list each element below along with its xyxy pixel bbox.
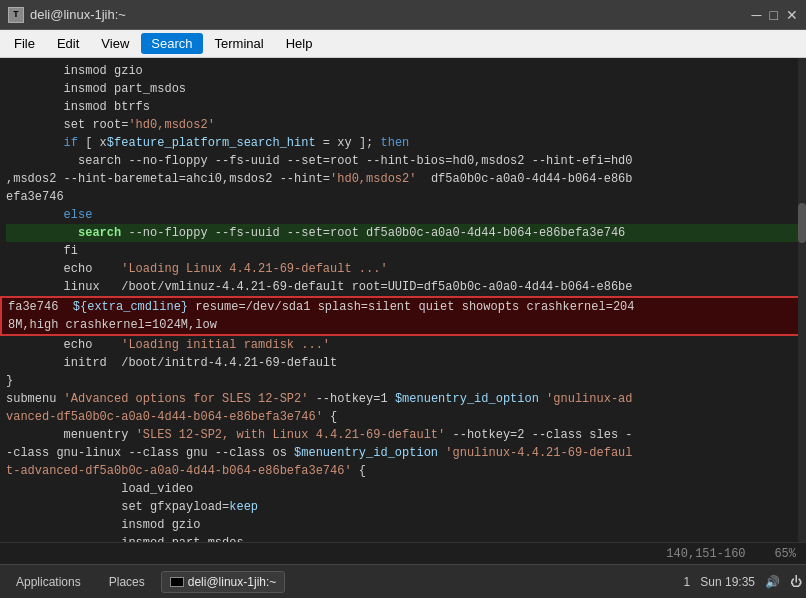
code-line: vanced-df5a0b0c-a0a0-4d44-b064-e86befa3e…: [6, 408, 800, 426]
title-bar: T deli@linux-1jih:~ ─ □ ✕: [0, 0, 806, 30]
taskbar-terminal-label: deli@linux-1jih:~: [188, 575, 277, 589]
taskbar-applications[interactable]: Applications: [4, 571, 93, 593]
code-line-search: search --no-floppy --fs-uuid --set=root …: [6, 224, 800, 242]
code-line: fi: [6, 242, 800, 260]
menu-help[interactable]: Help: [276, 33, 323, 54]
code-line: menuentry 'SLES 12-SP2, with Linux 4.4.2…: [6, 426, 800, 444]
code-line: echo 'Loading Linux 4.4.21-69-default ..…: [6, 260, 800, 278]
code-line: insmod part_msdos: [6, 80, 800, 98]
code-line: insmod btrfs: [6, 98, 800, 116]
taskbar: Applications Places deli@linux-1jih:~ 1 …: [0, 564, 806, 598]
code-line: search --no-floppy --fs-uuid --set=root …: [6, 152, 800, 170]
code-line: set gfxpayload=keep: [6, 498, 800, 516]
code-line: insmod gzio: [6, 62, 800, 80]
window-title: deli@linux-1jih:~: [30, 7, 126, 22]
code-line: echo 'Loading initial ramdisk ...': [6, 336, 800, 354]
editor: insmod gzio insmod part_msdos insmod btr…: [0, 58, 806, 564]
code-line: ,msdos2 --hint-baremetal=ahci0,msdos2 --…: [6, 170, 800, 188]
code-line: -class gnu-linux --class gnu --class os …: [6, 444, 800, 462]
menu-view[interactable]: View: [91, 33, 139, 54]
menu-file[interactable]: File: [4, 33, 45, 54]
editor-content[interactable]: insmod gzio insmod part_msdos insmod btr…: [0, 58, 806, 542]
code-line: insmod gzio: [6, 516, 800, 534]
taskbar-num: 1: [684, 575, 691, 589]
code-line: insmod part_msdos: [6, 534, 800, 542]
highlighted-block: fa3e746 ${extra_cmdline} resume=/dev/sda…: [0, 296, 806, 336]
code-line: else: [6, 206, 800, 224]
code-line: linux /boot/vmlinuz-4.4.21-69-default ro…: [6, 278, 800, 296]
title-bar-left: T deli@linux-1jih:~: [8, 7, 126, 23]
status-bar: 140,151-160 65%: [0, 542, 806, 564]
menu-terminal[interactable]: Terminal: [205, 33, 274, 54]
code-line-highlighted: 8M,high crashkernel=1024M,low: [8, 316, 798, 334]
code-line: efa3e746: [6, 188, 800, 206]
status-spacer: [746, 547, 775, 561]
close-button[interactable]: ✕: [786, 8, 798, 22]
taskbar-places[interactable]: Places: [97, 571, 157, 593]
code-line: load_video: [6, 480, 800, 498]
code-line-highlighted: fa3e746 ${extra_cmdline} resume=/dev/sda…: [8, 298, 798, 316]
scrollbar[interactable]: [798, 58, 806, 542]
minimize-button[interactable]: ─: [752, 8, 762, 22]
menu-bar: File Edit View Search Terminal Help: [0, 30, 806, 58]
scrollbar-thumb[interactable]: [798, 203, 806, 243]
code-line: }: [6, 372, 800, 390]
taskbar-datetime: Sun 19:35: [700, 575, 755, 589]
volume-icon[interactable]: 🔊: [765, 575, 780, 589]
maximize-button[interactable]: □: [770, 8, 778, 22]
code-line: t-advanced-df5a0b0c-a0a0-4d44-b064-e86be…: [6, 462, 800, 480]
code-line: if [ x$feature_platform_search_hint = xy…: [6, 134, 800, 152]
menu-edit[interactable]: Edit: [47, 33, 89, 54]
terminal-icon: [170, 577, 184, 587]
app-icon: T: [8, 7, 24, 23]
code-line: submenu 'Advanced options for SLES 12-SP…: [6, 390, 800, 408]
cursor-position: 140,151-160: [666, 547, 745, 561]
taskbar-terminal[interactable]: deli@linux-1jih:~: [161, 571, 286, 593]
menu-search[interactable]: Search: [141, 33, 202, 54]
code-line: set root='hd0,msdos2': [6, 116, 800, 134]
window-controls: ─ □ ✕: [752, 8, 798, 22]
code-line: initrd /boot/initrd-4.4.21-69-default: [6, 354, 800, 372]
power-icon[interactable]: ⏻: [790, 575, 802, 589]
taskbar-right: 1 Sun 19:35 🔊 ⏻: [684, 575, 802, 589]
zoom-level: 65%: [774, 547, 796, 561]
